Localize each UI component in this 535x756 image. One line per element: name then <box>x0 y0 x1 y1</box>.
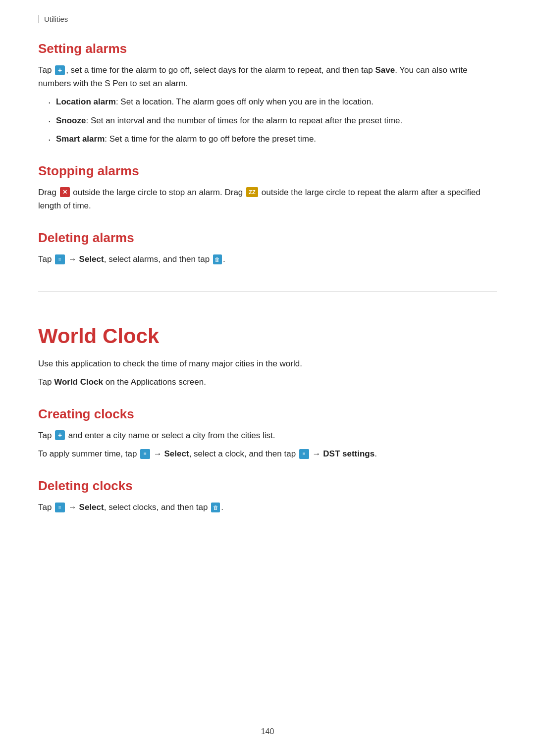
creating-clocks-para2: To apply summer time, tap ≡ → Select, se… <box>38 447 497 460</box>
heading-deleting-alarms: Deleting alarms <box>38 230 497 246</box>
heading-world-clock: World Clock <box>38 324 497 348</box>
world-clock-section: World Clock Use this application to chec… <box>38 291 497 514</box>
zz-icon: ZZ <box>246 187 258 197</box>
menu-icon-4: ≡ <box>55 503 65 512</box>
trash-icon-1: 🗑 <box>213 254 222 264</box>
menu-icon-1: ≡ <box>55 254 65 264</box>
deleting-alarms-para: Tap ≡ → Select, select alarms, and then … <box>38 252 497 266</box>
heading-deleting-clocks: Deleting clocks <box>38 478 497 494</box>
menu-icon-2: ≡ <box>140 449 150 459</box>
page-number: 140 <box>261 727 274 736</box>
heading-setting-alarms: Setting alarms <box>38 41 497 56</box>
stopping-alarms-para: Drag ✕ outside the large circle to stop … <box>38 186 497 212</box>
trash-icon-2: 🗑 <box>211 503 220 512</box>
deleting-clocks-para: Tap ≡ → Select, select clocks, and then … <box>38 501 497 514</box>
plus-icon: + <box>55 65 65 75</box>
plus-icon-2: + <box>55 430 65 440</box>
setting-alarms-bullets: Location alarm: Set a location. The alar… <box>48 95 497 146</box>
world-clock-intro1: Use this application to check the time o… <box>38 357 497 370</box>
dst-label: DST settings <box>323 449 374 458</box>
select-label-3: Select <box>79 503 104 512</box>
world-clock-bold: World Clock <box>54 377 103 387</box>
bullet-label-location: Location alarm <box>56 97 116 106</box>
x-icon: ✕ <box>60 187 70 197</box>
heading-stopping-alarms: Stopping alarms <box>38 163 497 179</box>
bullet-label-smart: Smart alarm <box>56 134 105 144</box>
bullet-snooze: Snooze: Set an interval and the number o… <box>48 114 497 127</box>
heading-creating-clocks: Creating clocks <box>38 406 497 422</box>
select-label-1: Select <box>79 254 104 264</box>
page-container: Utilities Setting alarms Tap +, set a ti… <box>0 0 535 558</box>
menu-icon-3: ≡ <box>299 449 309 459</box>
breadcrumb: Utilities <box>38 15 497 23</box>
setting-alarms-para1: Tap +, set a time for the alarm to go of… <box>38 63 497 90</box>
save-label: Save <box>375 65 395 75</box>
bullet-location-alarm: Location alarm: Set a location. The alar… <box>48 95 497 108</box>
bullet-label-snooze: Snooze <box>56 116 86 125</box>
world-clock-intro2: Tap World Clock on the Applications scre… <box>38 375 497 389</box>
select-label-2: Select <box>164 449 189 458</box>
creating-clocks-para1: Tap + and enter a city name or select a … <box>38 429 497 442</box>
bullet-smart-alarm: Smart alarm: Set a time for the alarm to… <box>48 132 497 146</box>
